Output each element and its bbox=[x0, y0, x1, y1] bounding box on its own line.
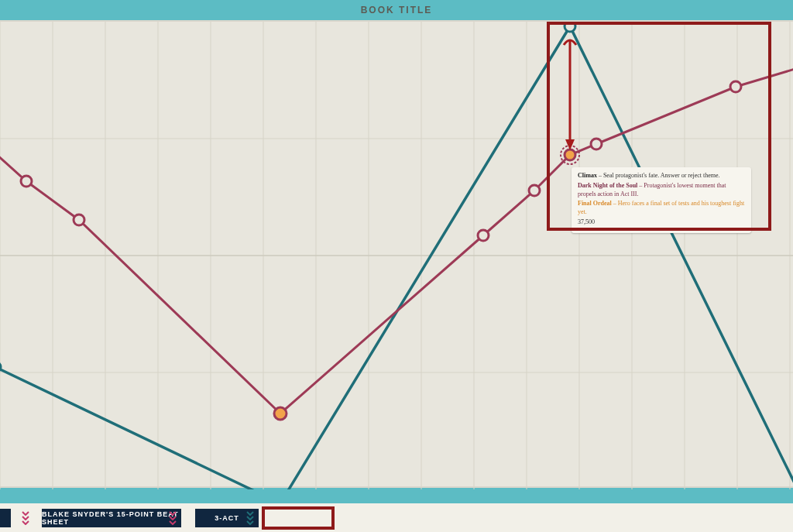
chart-grid bbox=[0, 22, 793, 489]
teal-point[interactable] bbox=[0, 362, 1, 372]
tooltip-row-final: Final Ordeal – Hero faces a final set of… bbox=[578, 200, 745, 217]
tooltip-climax-label: Climax bbox=[578, 172, 597, 179]
tooltip-climax-desc: Seal protagonist's fate. Answer or rejec… bbox=[603, 172, 720, 179]
maroon-point[interactable] bbox=[478, 230, 489, 241]
beat-tooltip: Climax – Seal protagonist's fate. Answer… bbox=[572, 167, 751, 233]
chevron-down-icon bbox=[22, 511, 29, 525]
tooltip-row-climax: Climax – Seal protagonist's fate. Answer… bbox=[578, 172, 745, 180]
nav-3act-label: 3-ACT bbox=[215, 514, 239, 522]
tooltip-wordcount: 37,500 bbox=[578, 218, 745, 227]
nav-three-act[interactable]: 3-ACT bbox=[195, 509, 259, 527]
maroon-point[interactable] bbox=[730, 81, 741, 92]
maroon-point[interactable] bbox=[591, 139, 602, 149]
mid-bar bbox=[0, 488, 793, 503]
maroon-point[interactable] bbox=[529, 185, 540, 196]
tooltip-row-dark: Dark Night of the Soul – Protagonist's l… bbox=[578, 182, 745, 199]
maroon-point[interactable] bbox=[21, 176, 32, 187]
chevron-down-icon bbox=[246, 511, 254, 525]
nav-blake-snyder[interactable]: BLAKE SNYDER'S 15-POINT BEAT SHEET bbox=[42, 509, 181, 527]
chart-svg bbox=[0, 22, 793, 489]
tooltip-final-label: Final Ordeal bbox=[578, 200, 612, 207]
annotation-arrow bbox=[564, 40, 576, 150]
maroon-point-climax[interactable] bbox=[565, 149, 575, 160]
teal-point-climax[interactable] bbox=[565, 22, 575, 32]
nav-sliver bbox=[0, 509, 11, 527]
tooltip-dark-label: Dark Night of the Soul bbox=[578, 182, 637, 189]
svg-marker-20 bbox=[565, 139, 575, 150]
nav-snyder-label: BLAKE SNYDER'S 15-POINT BEAT SHEET bbox=[42, 510, 181, 526]
story-arc-chart[interactable]: Climax – Seal protagonist's fate. Answer… bbox=[0, 20, 793, 488]
top-bar: BOOK TITLE bbox=[0, 0, 793, 20]
bottom-bar: BLAKE SNYDER'S 15-POINT BEAT SHEET 3-ACT bbox=[0, 503, 793, 532]
maroon-point-midpoint[interactable] bbox=[274, 407, 287, 420]
chevron-down-icon bbox=[169, 511, 177, 525]
maroon-point[interactable] bbox=[74, 215, 84, 225]
page-title: BOOK TITLE bbox=[361, 5, 433, 15]
